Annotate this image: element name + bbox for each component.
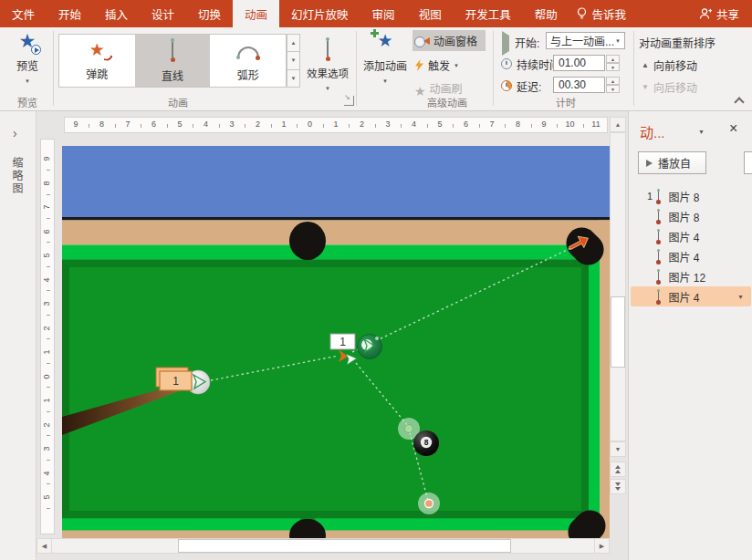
duration-input[interactable]: 01.00: [553, 55, 605, 71]
ruler-number: 5: [42, 494, 51, 499]
animation-item-label: 图片 12: [669, 269, 706, 285]
scroll-up-button[interactable]: ▲: [610, 117, 626, 132]
lightning-icon: [414, 59, 424, 71]
group-label-advanced: 高级动画: [392, 95, 502, 109]
play-icon: [646, 160, 653, 167]
animation-item-label: 图片 8: [669, 209, 700, 224]
pocket-top-middle: [289, 222, 326, 260]
horizontal-ruler[interactable]: 98765432101234567891011: [64, 117, 608, 133]
animation-pane: 动... ▼ × 播放自 1 图片 8 ▼ 图片 8 ▼: [628, 111, 752, 560]
gallery-scroll-down-button[interactable]: ▼: [287, 52, 300, 69]
ruler-number: 5: [437, 119, 442, 129]
ribbon-tab[interactable]: 开发工具: [454, 0, 523, 27]
play-badge-icon: [31, 45, 41, 55]
ruler-number: 0: [308, 119, 312, 129]
gallery-item-bounce[interactable]: ★ 弹跳: [59, 35, 135, 87]
animation-list-item[interactable]: 图片 8 ▼: [631, 206, 751, 226]
scroll-right-button[interactable]: ▶: [594, 538, 610, 554]
close-pane-button[interactable]: ×: [729, 120, 737, 137]
gallery-item-arc[interactable]: 弧形: [210, 35, 286, 87]
expand-chevron-icon[interactable]: ›: [13, 126, 17, 140]
animation-pane-button[interactable]: 动画窗格: [413, 30, 486, 51]
effect-options-button[interactable]: 效果选项 ▼: [303, 31, 352, 93]
duration-clock-icon: [501, 57, 512, 73]
animation-item-label: 图片 4: [669, 249, 700, 264]
ribbon: ★ 预览 ▼ 预览 ★ 弹跳 直线 弧形 ▲ ▼ ▼: [0, 27, 752, 111]
ribbon-tab[interactable]: 文件: [0, 0, 47, 27]
ruler-number: 3: [229, 119, 234, 129]
gallery-item-line[interactable]: 直线: [135, 35, 211, 87]
animation-number: 1: [172, 375, 179, 388]
ruler-number: 8: [516, 119, 520, 129]
ruler-number: 3: [42, 301, 51, 306]
animation-list-item[interactable]: 图片 4 ▼: [631, 246, 751, 266]
duration-spinner[interactable]: ▲▼: [606, 55, 620, 71]
line-path-icon: [171, 38, 175, 64]
gallery-scroll-up-button[interactable]: ▲: [287, 34, 300, 52]
delay-spinner[interactable]: ▲▼: [606, 77, 620, 93]
reorder-title: 对动画重新排序: [639, 35, 715, 50]
dropdown-caret-icon: ▼: [454, 63, 459, 68]
delay-input[interactable]: 00.30: [553, 77, 605, 93]
previous-slide-button[interactable]: [610, 461, 626, 477]
tell-me-button[interactable]: 告诉我: [568, 5, 635, 23]
start-select[interactable]: 与上一动画...▼: [546, 32, 625, 49]
ribbon-tab[interactable]: 切换: [186, 0, 233, 27]
ribbon-tab[interactable]: 审阅: [360, 0, 407, 27]
ruler-number: 4: [412, 119, 416, 129]
motion-path-icon: [656, 229, 661, 244]
ribbon-tab[interactable]: 帮助: [523, 0, 569, 27]
ribbon-tab[interactable]: 设计: [140, 0, 186, 27]
dropdown-caret-icon: ▼: [615, 38, 621, 44]
reorder-button-partial[interactable]: [744, 151, 752, 174]
delay-clock-icon: [501, 78, 512, 95]
ribbon-tab[interactable]: 视图: [407, 0, 454, 27]
scroll-down-button[interactable]: ▼: [610, 441, 626, 457]
ribbon-tab[interactable]: 幻灯片放映: [279, 0, 360, 27]
table-rail-top: [62, 221, 610, 245]
horizontal-scrollbar-thumb[interactable]: [178, 539, 511, 553]
dialog-launcher-icon[interactable]: [344, 96, 354, 106]
thumbnail-panel-collapsed[interactable]: › 缩略图: [0, 111, 37, 560]
vertical-ruler[interactable]: 987654321012345: [40, 139, 55, 534]
animation-number: 1: [339, 336, 346, 348]
preview-button[interactable]: ★ 预览 ▼: [5, 31, 49, 93]
ribbon-tab[interactable]: 开始: [47, 0, 93, 27]
animation-list-item[interactable]: 图片 12 ▼: [631, 266, 751, 286]
vertical-scrollbar-track[interactable]: [610, 132, 626, 441]
play-from-button[interactable]: 播放自: [638, 151, 706, 174]
gallery-more-button[interactable]: ▼: [287, 70, 300, 88]
group-separator: [633, 31, 634, 106]
animation-item-label: 图片 4: [669, 289, 700, 305]
ribbon-tab[interactable]: 插入: [93, 0, 140, 27]
animation-list-item[interactable]: 图片 4 ▼: [631, 286, 751, 306]
animation-list-item[interactable]: 图片 4 ▼: [631, 226, 751, 246]
slide-canvas[interactable]: 8 1 1: [62, 146, 610, 540]
vertical-scrollbar-thumb[interactable]: [611, 296, 625, 368]
move-earlier-button[interactable]: ▲ 向前移动: [642, 57, 697, 73]
powerpoint-window: 文件开始插入设计切换动画幻灯片放映审阅视图开发工具帮助 告诉我 共享 ★ 预览 …: [0, 0, 752, 560]
add-animation-button[interactable]: ★ 添加动画 ▼: [360, 31, 411, 93]
share-button[interactable]: 共享: [690, 5, 752, 23]
ribbon-tab[interactable]: 动画: [233, 0, 279, 27]
pane-dropdown-caret-icon[interactable]: ▼: [698, 129, 705, 135]
ruler-number: 5: [42, 253, 51, 257]
ruler-number: 9: [541, 119, 546, 129]
animation-list-item[interactable]: 1 图片 8 ▼: [631, 186, 751, 206]
ruler-number: 2: [360, 119, 364, 129]
person-plus-icon: [699, 7, 712, 20]
next-slide-button[interactable]: [610, 479, 626, 494]
scroll-left-button[interactable]: ◀: [37, 538, 52, 554]
ruler-number: 1: [42, 398, 51, 402]
ruler-number: 11: [591, 119, 600, 129]
item-dropdown-caret-icon[interactable]: ▼: [737, 294, 744, 300]
ruler-number: 1: [42, 349, 51, 354]
animation-pane-icon: [414, 35, 430, 47]
ruler-number: 4: [204, 119, 208, 129]
trigger-button[interactable]: 触发 ▼: [413, 55, 486, 76]
start-label: 开始:: [515, 35, 539, 50]
move-later-button[interactable]: ▼ 向后移动: [642, 79, 697, 95]
collapse-ribbon-button[interactable]: [734, 97, 744, 107]
ruler-number: 2: [256, 119, 260, 129]
group-label-preview: 预览: [4, 95, 51, 109]
